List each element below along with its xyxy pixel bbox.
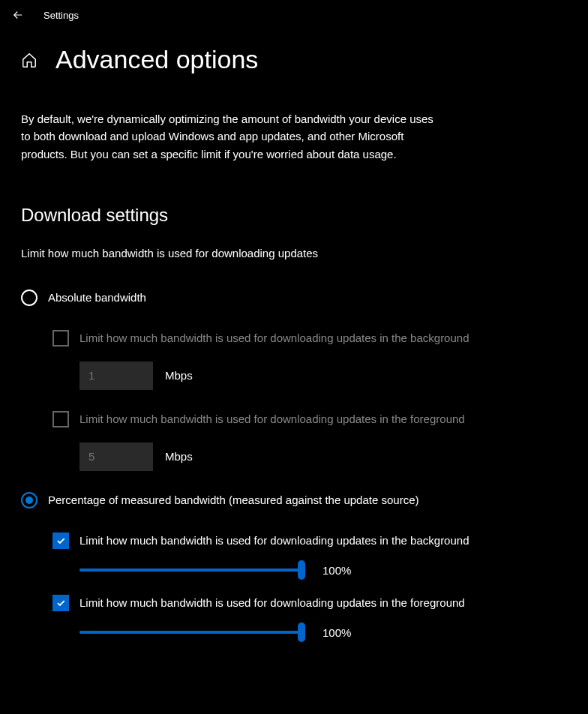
checkbox-absolute-background[interactable]: Limit how much bandwidth is used for dow… [52, 330, 567, 346]
checkbox-icon [52, 532, 69, 549]
home-icon[interactable] [21, 52, 38, 68]
slider-background-value: 100% [322, 564, 351, 577]
download-section-title: Download settings [21, 205, 567, 226]
radio-absolute-bandwidth[interactable]: Absolute bandwidth [21, 290, 567, 306]
back-button[interactable] [10, 8, 26, 22]
absolute-background-input-row: Mbps [80, 362, 567, 390]
radio-icon [21, 290, 38, 306]
slider-background[interactable] [80, 568, 302, 572]
absolute-background-input[interactable] [80, 362, 153, 390]
percentage-group: Limit how much bandwidth is used for dow… [52, 532, 567, 639]
absolute-group: Limit how much bandwidth is used for dow… [52, 330, 567, 471]
checkbox-absolute-foreground[interactable]: Limit how much bandwidth is used for dow… [52, 411, 567, 428]
checkbox-percentage-background[interactable]: Limit how much bandwidth is used for dow… [52, 532, 567, 549]
checkbox-label: Limit how much bandwidth is used for dow… [80, 332, 470, 344]
slider-thumb[interactable] [298, 560, 305, 580]
checkbox-label: Limit how much bandwidth is used for dow… [80, 596, 465, 609]
download-section-sub: Limit how much bandwidth is used for dow… [21, 247, 567, 260]
slider-background-row: 100% [80, 564, 567, 577]
titlebar: Settings [0, 0, 588, 30]
checkbox-icon [52, 411, 69, 428]
slider-foreground-value: 100% [322, 626, 351, 639]
absolute-foreground-input[interactable] [80, 442, 153, 471]
radio-label: Absolute bandwidth [48, 291, 146, 304]
unit-label: Mbps [165, 450, 193, 463]
slider-fill [80, 631, 302, 634]
checkbox-icon [52, 595, 69, 611]
arrow-left-icon [11, 8, 25, 22]
checkbox-label: Limit how much bandwidth is used for dow… [80, 534, 470, 547]
unit-label: Mbps [165, 369, 193, 382]
slider-foreground-row: 100% [80, 626, 567, 639]
page-title: Advanced options [56, 45, 258, 74]
page-header: Advanced options [21, 45, 567, 74]
app-name: Settings [44, 10, 79, 21]
content-area: Advanced options By default, we're dynam… [0, 30, 588, 672]
checkbox-percentage-foreground[interactable]: Limit how much bandwidth is used for dow… [52, 595, 567, 611]
slider-foreground[interactable] [80, 631, 302, 634]
radio-icon [21, 492, 38, 508]
radio-percentage-bandwidth[interactable]: Percentage of measured bandwidth (measur… [21, 492, 567, 508]
slider-fill [80, 568, 302, 572]
checkbox-icon [52, 330, 69, 346]
absolute-foreground-input-row: Mbps [80, 442, 567, 471]
radio-label: Percentage of measured bandwidth (measur… [48, 494, 418, 506]
page-description: By default, we're dynamically optimizing… [21, 110, 441, 163]
checkbox-label: Limit how much bandwidth is used for dow… [80, 412, 465, 425]
slider-thumb[interactable] [298, 622, 305, 642]
